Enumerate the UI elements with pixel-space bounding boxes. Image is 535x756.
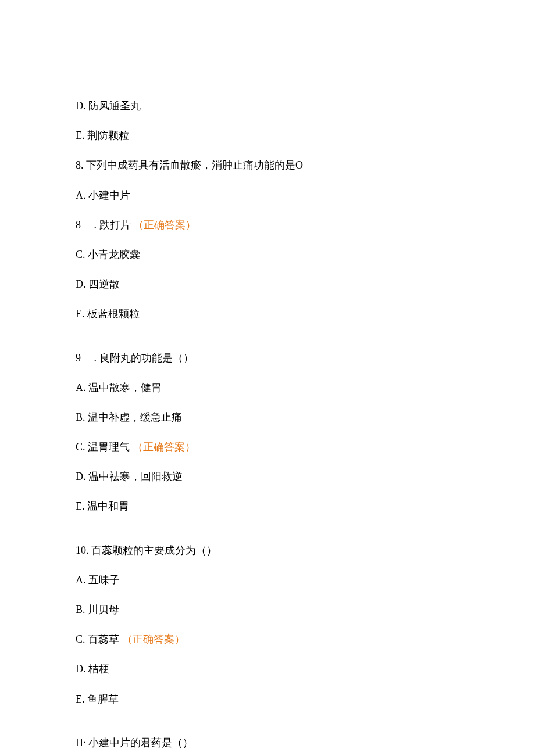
- option-b: B. 温中补虚，缓急止痛: [76, 410, 459, 425]
- option-text: 温中散寒，健胃: [88, 382, 162, 393]
- option-text: 温中祛寒，回阳救逆: [88, 471, 183, 482]
- question-dot: .: [91, 352, 97, 364]
- option-text: 温中补虚，缓急止痛: [88, 411, 182, 423]
- option-label: E.: [76, 500, 85, 512]
- option-text: 板蓝根颗粒: [87, 308, 140, 320]
- option-text: 鱼腥草: [87, 693, 119, 705]
- option-text: 防风通圣丸: [88, 100, 141, 112]
- question-9: 9 . 良附丸的功能是（）: [76, 351, 459, 366]
- option-text: 五味子: [88, 574, 120, 586]
- option-label: 8: [76, 219, 81, 231]
- question-8: 8. 下列中成药具有活血散瘀，消肿止痛功能的是O: [76, 158, 459, 173]
- option-label: E.: [76, 130, 85, 141]
- option-c: C. 百蕊草 （正确答案）: [76, 632, 459, 647]
- option-a: A. 小建中片: [76, 188, 459, 203]
- question-text: 良附丸的功能是（）: [99, 352, 194, 364]
- option-text: 四逆散: [88, 278, 120, 290]
- option-label: D.: [76, 100, 86, 112]
- option-label: C.: [76, 249, 85, 260]
- option-label: E.: [76, 308, 85, 320]
- option-label: C.: [76, 441, 85, 453]
- option-text: 桔梗: [88, 663, 109, 675]
- option-d: D. 防风通圣丸: [76, 99, 459, 113]
- question-number: 9: [76, 352, 81, 364]
- option-label: D.: [76, 471, 86, 482]
- option-e: E. 板蓝根颗粒: [76, 307, 459, 321]
- option-text: 小建中片: [88, 189, 130, 201]
- option-d: D. 四逆散: [76, 277, 459, 292]
- question-10: 10. 百蕊颗粒的主要成分为（）: [76, 543, 459, 558]
- option-label: D.: [76, 663, 86, 675]
- option-label: B.: [76, 604, 85, 615]
- option-text: 温中和胃: [87, 500, 129, 512]
- option-label: B.: [76, 411, 85, 423]
- option-b: 8 . 跌打片 （正确答案）: [76, 218, 459, 232]
- option-text: 川贝母: [88, 604, 119, 615]
- option-label: A.: [76, 189, 86, 201]
- option-a: A. 温中散寒，健胃: [76, 381, 459, 395]
- option-text: 温胃理气: [88, 441, 130, 453]
- question-text: 下列中成药具有活血散瘀，消肿止痛功能的是O: [86, 159, 303, 171]
- option-c: C. 小青龙胶囊: [76, 248, 459, 262]
- option-label: A.: [76, 382, 86, 393]
- option-label: A.: [76, 574, 86, 586]
- option-label: C.: [76, 633, 85, 645]
- question-number: Π·: [76, 737, 86, 748]
- option-a: A. 五味子: [76, 573, 459, 587]
- correct-answer-marker: （正确答案）: [133, 441, 195, 453]
- correct-answer-marker: （正确答案）: [133, 219, 196, 231]
- option-d: D. 温中祛寒，回阳救逆: [76, 470, 459, 484]
- question-text: 百蕊颗粒的主要成分为（）: [91, 544, 217, 556]
- question-11: Π· 小建中片的君药是（）: [76, 736, 459, 750]
- option-text: 小青龙胶囊: [88, 249, 140, 260]
- option-text: 百蕊草: [88, 633, 119, 645]
- option-e: E. 荆防颗粒: [76, 128, 459, 143]
- correct-answer-marker: （正确答案）: [122, 633, 185, 645]
- option-label: D.: [76, 278, 86, 290]
- option-b: B. 川贝母: [76, 603, 459, 617]
- option-c: C. 温胃理气 （正确答案）: [76, 440, 459, 454]
- option-label: E.: [76, 693, 85, 705]
- option-text: 跌打片: [99, 219, 131, 231]
- question-text: 小建中片的君药是（）: [88, 737, 193, 748]
- option-dot: .: [91, 219, 97, 231]
- option-e: E. 温中和胃: [76, 499, 459, 514]
- option-d: D. 桔梗: [76, 662, 459, 676]
- question-number: 8.: [76, 159, 84, 171]
- question-number: 10.: [76, 544, 89, 556]
- option-text: 荆防颗粒: [87, 130, 129, 141]
- option-e: E. 鱼腥草: [76, 692, 459, 707]
